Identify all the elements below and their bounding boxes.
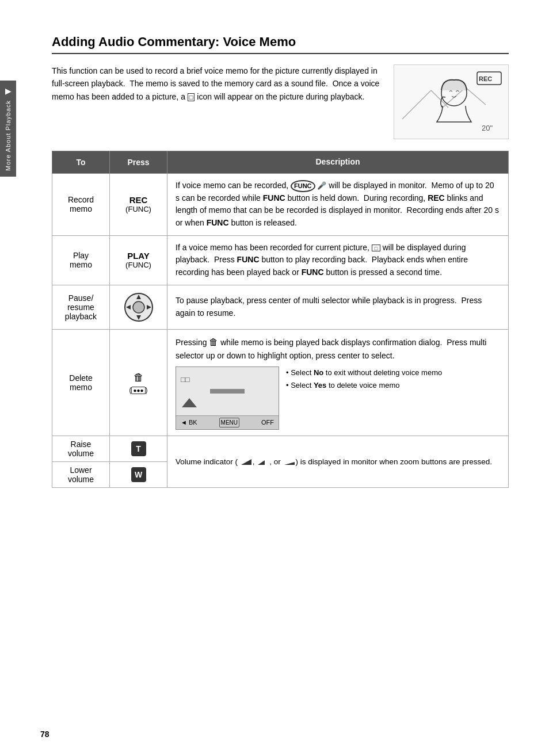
camera-svg: REC 20"	[396, 67, 506, 136]
svg-marker-17	[284, 462, 295, 465]
vol-icon-2	[257, 458, 269, 466]
svg-marker-15	[241, 459, 251, 465]
svg-point-9	[133, 301, 144, 313]
row-desc-delete: Pressing 🗑 while memo is being played ba…	[167, 329, 509, 436]
row-desc-pause: To pause playback, press center of multi…	[167, 285, 509, 329]
memo-icon-play: □	[372, 245, 380, 251]
screen-memo-icon: □□	[181, 374, 274, 385]
table-row-raise-volume: Raise volume T Volume indicator ( , , or…	[52, 436, 509, 462]
side-tab: ▶ More About Playback	[0, 81, 16, 177]
main-table: To Press Description Recordmemo REC (FUN…	[52, 151, 509, 488]
svg-marker-14	[182, 398, 197, 407]
row-desc-play: If a voice memo has been recorded for cu…	[167, 235, 509, 285]
row-press-raise: T	[110, 436, 167, 462]
func-badge-inner: ●●●	[131, 387, 145, 394]
screen-arrow-icon	[181, 397, 198, 408]
row-to-lower: Lower volume	[52, 462, 110, 488]
row-press-lower: W	[110, 462, 167, 488]
func-label-play: (FUNC)	[118, 261, 159, 269]
vol-icon-3	[283, 458, 296, 466]
header-to: To	[52, 151, 110, 174]
playback-icon: ▶	[5, 86, 12, 96]
screen-off-label: OFF	[261, 418, 274, 428]
delete-screen: □□ ◄ BK MENU OFF	[176, 366, 279, 430]
delete-screen-content: □□	[176, 367, 279, 415]
screen-progress-bar	[210, 389, 245, 394]
vol-icon-1	[240, 458, 253, 466]
mic-icon: 🎤	[317, 181, 326, 190]
row-to-raise: Raise volume	[52, 436, 110, 462]
row-to-record: Recordmemo	[52, 173, 110, 235]
page-title: Adding Audio Commentary: Voice Memo	[52, 35, 509, 54]
func-badge-delete: (●●●)	[129, 386, 147, 394]
row-desc-record: If voice memo can be recorded, FUNC 🎤 wi…	[167, 173, 509, 235]
row-to-pause: Pause/resumeplayback	[52, 285, 110, 329]
svg-line-0	[402, 90, 431, 119]
table-row: Pause/resumeplayback	[52, 285, 509, 329]
table-row: Recordmemo REC (FUNC) If voice memo can …	[52, 173, 509, 235]
page-number: 78	[40, 730, 49, 739]
row-press-delete: 🗑 (●●●)	[110, 329, 167, 436]
delete-bullets: • Select No to exit without deleting voi…	[286, 366, 500, 392]
delete-bullet-no: • Select No to exit without deleting voi…	[286, 366, 500, 379]
w-button: W	[131, 467, 146, 482]
rec-key: REC	[118, 195, 159, 205]
t-button: T	[131, 441, 146, 456]
trash-icon-inline: 🗑	[209, 337, 218, 347]
row-desc-volume: Volume indicator ( , , or ) is displayed…	[167, 436, 509, 488]
row-to-play: Playmemo	[52, 235, 110, 285]
svg-text:20": 20"	[482, 124, 493, 132]
intro-section: This function can be used to record a br…	[52, 64, 509, 139]
row-press-play: PLAY (FUNC)	[110, 235, 167, 285]
memo-icon-inline: □	[188, 93, 195, 101]
header-press: Press	[110, 151, 167, 174]
table-row: Playmemo PLAY (FUNC) If a voice memo has…	[52, 235, 509, 285]
intro-text: This function can be used to record a br…	[52, 64, 382, 103]
page: ▶ More About Playback Adding Audio Comme…	[0, 0, 549, 756]
screen-bk-label: ◄ BK	[181, 418, 197, 428]
svg-marker-16	[258, 460, 265, 465]
side-tab-label: More About Playback	[5, 100, 12, 171]
row-to-delete: Deletememo	[52, 329, 110, 436]
trash-func-icon: 🗑 (●●●)	[118, 372, 159, 394]
svg-text:REC: REC	[479, 75, 492, 82]
delete-bullet-yes: • Select Yes to delete voice memo	[286, 379, 500, 392]
row-press-pause	[110, 285, 167, 329]
func-circle-icon: FUNC	[291, 180, 315, 192]
camera-illustration: REC 20"	[394, 64, 509, 139]
delete-desc-top: Pressing 🗑 while memo is being played ba…	[176, 335, 500, 362]
func-label-rec: (FUNC)	[118, 205, 159, 213]
multi-selector-icon	[123, 291, 155, 323]
row-press-record: REC (FUNC)	[110, 173, 167, 235]
delete-inner: □□ ◄ BK MENU OFF	[176, 366, 500, 430]
svg-line-3	[466, 87, 486, 105]
header-description: Description	[167, 151, 509, 174]
table-row: Deletememo 🗑 (●●●) Pressing 🗑 while memo…	[52, 329, 509, 436]
delete-screen-footer: ◄ BK MENU OFF	[176, 415, 279, 430]
trash-icon: 🗑	[134, 372, 144, 384]
screen-menu-label: MENU	[219, 418, 239, 428]
play-key: PLAY	[118, 251, 159, 261]
